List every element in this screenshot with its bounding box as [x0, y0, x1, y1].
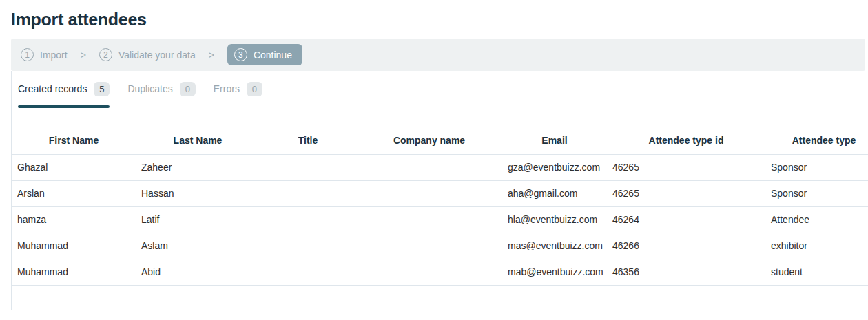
column-header: First Name — [12, 127, 136, 154]
step-1-number-icon: 1 — [21, 48, 34, 61]
table-cell — [260, 154, 356, 180]
import-results-panel: Created records 5 Duplicates 0 Errors 0 … — [11, 71, 868, 310]
table-cell: 46265 — [607, 154, 765, 180]
column-header: Email — [502, 127, 607, 154]
table-cell — [260, 233, 356, 259]
table-header-row: First NameLast NameTitleCompany nameEmai… — [12, 127, 868, 154]
table-cell: mas@eventbuizz.com — [502, 233, 607, 259]
column-header: Company name — [356, 127, 502, 154]
tab-created-records-label: Created records — [18, 83, 87, 94]
table-row: MuhammadAslammas@eventbuizz.com46266exhi… — [12, 233, 868, 259]
tab-created-records[interactable]: Created records 5 — [18, 71, 110, 107]
table-cell: 46264 — [607, 206, 765, 233]
tab-duplicates-label: Duplicates — [127, 83, 172, 94]
table-cell: hla@eventbuizz.com — [502, 206, 607, 233]
tab-created-records-count-badge: 5 — [94, 82, 110, 96]
table-cell: hamza — [12, 206, 136, 233]
table-body: GhazalZaheergza@eventbuizz.com46265Spons… — [12, 154, 868, 285]
column-header: Attendee type id — [607, 127, 765, 154]
tab-errors[interactable]: Errors 0 — [214, 71, 262, 107]
table-cell: Hassan — [136, 180, 260, 206]
table-row: hamzaLatifhla@eventbuizz.com46264Attende… — [12, 206, 868, 233]
table-cell — [356, 206, 502, 233]
page-title: Import attendees — [11, 10, 868, 30]
chevron-right-icon: > — [209, 50, 214, 61]
created-records-table: First NameLast NameTitleCompany nameEmai… — [12, 127, 868, 286]
table-cell — [356, 259, 502, 285]
table-cell: Arslan — [12, 180, 136, 206]
table-cell: mab@eventbuizz.com — [502, 259, 607, 285]
table-cell: Sponsor — [765, 180, 868, 206]
step-import[interactable]: 1 Import — [21, 48, 68, 61]
step-2-number-icon: 2 — [99, 48, 112, 61]
table-cell: exhibitor — [765, 233, 868, 259]
tab-errors-label: Errors — [214, 83, 240, 94]
table-cell: Ghazal — [12, 154, 136, 180]
step-3-label: Continue — [254, 50, 292, 61]
table-cell: Zaheer — [136, 154, 260, 180]
tab-duplicates[interactable]: Duplicates 0 — [127, 71, 195, 107]
table-cell: student — [765, 259, 868, 285]
step-1-label: Import — [40, 50, 68, 61]
step-continue[interactable]: 3 Continue — [227, 44, 302, 65]
results-tabs: Created records 5 Duplicates 0 Errors 0 — [12, 71, 868, 107]
table-cell: 46265 — [607, 180, 765, 206]
table-row: ArslanHassanaha@gmail.com46265Sponsor — [12, 180, 868, 206]
table-cell — [356, 180, 502, 206]
table-cell: Aslam — [136, 233, 260, 259]
table-cell — [356, 154, 502, 180]
column-header: Attendee type — [765, 127, 868, 154]
table-cell: 46266 — [607, 233, 765, 259]
table-cell: Attendee — [765, 206, 868, 233]
table-cell — [260, 180, 356, 206]
step-validate-your-data[interactable]: 2 Validate your data — [99, 48, 196, 61]
column-header: Last Name — [136, 127, 260, 154]
import-stepper: 1 Import > 2 Validate your data > 3 Cont… — [11, 39, 865, 71]
step-2-label: Validate your data — [118, 50, 196, 61]
table-cell: 46356 — [607, 259, 765, 285]
tab-duplicates-count-badge: 0 — [180, 82, 196, 96]
table-cell: Muhammad — [12, 233, 136, 259]
tab-errors-count-badge: 0 — [247, 82, 262, 96]
step-3-number-icon: 3 — [234, 48, 247, 61]
table-cell — [260, 259, 356, 285]
chevron-right-icon: > — [81, 50, 86, 61]
table-cell — [356, 233, 502, 259]
column-header: Title — [260, 127, 356, 154]
table-cell: Sponsor — [765, 154, 868, 180]
table-cell: Muhammad — [12, 259, 136, 285]
table-cell: gza@eventbuizz.com — [502, 154, 607, 180]
table-row: MuhammadAbidmab@eventbuizz.com46356stude… — [12, 259, 868, 285]
table-cell — [260, 206, 356, 233]
table-cell: Latif — [136, 206, 260, 233]
table-cell: Abid — [136, 259, 260, 285]
table-cell: aha@gmail.com — [502, 180, 607, 206]
table-row: GhazalZaheergza@eventbuizz.com46265Spons… — [12, 154, 868, 180]
